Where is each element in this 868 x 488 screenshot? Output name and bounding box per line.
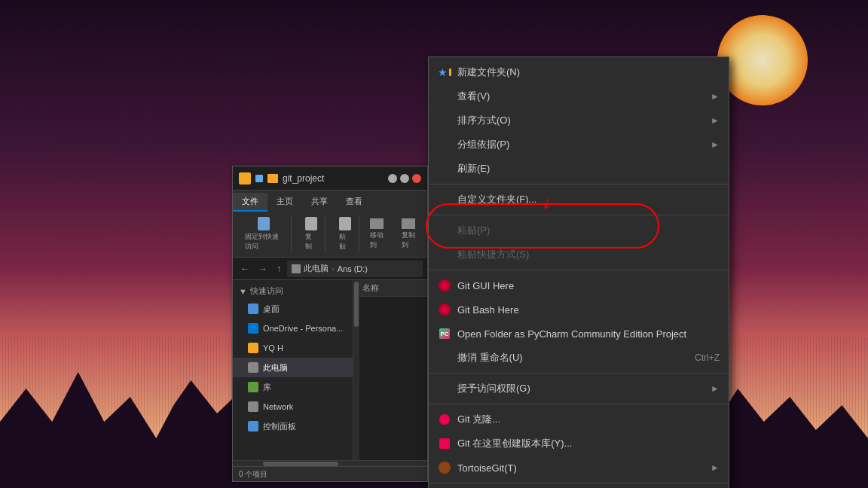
- git-clone-red-icon: [439, 414, 450, 425]
- control-panel-label: 控制面板: [263, 421, 296, 432]
- paste-menu-icon: [438, 224, 451, 237]
- address-path[interactable]: 此电脑 › Ans (D:): [287, 261, 423, 277]
- sort-icon: [438, 114, 451, 127]
- menu-item-paste: 粘贴(P): [429, 218, 729, 242]
- back-button[interactable]: ←: [237, 262, 252, 276]
- ribbon-copyto-btn[interactable]: 复制到: [397, 218, 423, 250]
- horizontal-scrollbar[interactable]: [233, 460, 427, 466]
- quick-access-arrow: ▼: [239, 287, 247, 296]
- tortoisegit-arrow: ►: [711, 462, 720, 473]
- tab-view[interactable]: 查看: [337, 193, 371, 212]
- path-separator-1: ›: [332, 264, 335, 273]
- up-button[interactable]: ↑: [274, 262, 284, 276]
- undo-shortcut: Ctrl+Z: [695, 352, 720, 363]
- forward-button[interactable]: →: [255, 262, 270, 276]
- copyto-label: 复制到: [402, 231, 415, 249]
- move-label: 移动到: [370, 231, 384, 249]
- sidebar-item-desktop[interactable]: 桌面: [233, 299, 353, 319]
- ribbon-content: 固定到快速访问 复制 粘贴 移动到 复制到: [233, 212, 427, 257]
- tortoise-logo: [439, 462, 451, 474]
- quick-access-label: 快速访问: [250, 285, 283, 297]
- folder-icon-small: [449, 69, 451, 76]
- menu-item-customize[interactable]: 自定义文件夹(F)...: [429, 188, 729, 212]
- paste-label: 粘贴(P): [457, 224, 720, 237]
- explorer-window: git_project 文件 主页 共享 查看 固定到快速访问: [232, 166, 428, 482]
- explorer-title-icon-small: [255, 175, 263, 182]
- content-column-header: 名称: [359, 280, 427, 297]
- menu-item-group[interactable]: 分组依据(P) ►: [429, 133, 729, 157]
- menu-separator-6: [429, 483, 729, 483]
- ribbon-paste-btn[interactable]: 粘贴: [336, 215, 354, 253]
- scrollbar-thumb[interactable]: [354, 282, 359, 327]
- group-icon: [438, 138, 451, 151]
- git-bash-red-icon: [439, 303, 451, 316]
- view-arrow: ►: [711, 91, 720, 102]
- minimize-button[interactable]: [388, 174, 397, 183]
- menu-item-undo-rename[interactable]: 撤消 重命名(U) Ctrl+Z: [429, 346, 729, 370]
- sidebar-item-control-panel[interactable]: 控制面板: [233, 416, 353, 436]
- grant-access-icon: [438, 382, 451, 395]
- sidebar-item-pc[interactable]: 此电脑: [233, 358, 353, 377]
- refresh-label: 刷新(E): [457, 162, 720, 175]
- tab-file[interactable]: 文件: [233, 193, 267, 212]
- new-folder-icon: ★: [438, 66, 451, 79]
- titlebar-controls[interactable]: [388, 174, 421, 183]
- open-pycharm-label: Open Folder as PyCharm Community Edition…: [457, 328, 720, 340]
- ribbon-move-btn[interactable]: 移动到: [365, 218, 391, 250]
- address-pc: 此电脑: [304, 263, 329, 274]
- sidebar-item-network[interactable]: Network: [233, 397, 353, 416]
- address-icon: [292, 264, 301, 273]
- move-icon: [370, 218, 384, 229]
- onedrive-icon: [248, 323, 258, 334]
- menu-item-view[interactable]: 查看(V) ►: [429, 84, 729, 108]
- menu-item-paste-shortcut: 粘贴快捷方式(S): [429, 242, 729, 267]
- menu-item-git-gui[interactable]: Git GUI Here: [429, 273, 729, 297]
- menu-item-new-folder[interactable]: ★ 新建文件夹(N): [429, 60, 729, 84]
- sidebar-item-onedrive[interactable]: OneDrive - Persona...: [233, 319, 353, 338]
- paste-shortcut-icon: [438, 248, 451, 261]
- menu-item-sort[interactable]: 排序方式(O) ►: [429, 108, 729, 133]
- git-repo-icon: [439, 438, 450, 449]
- explorer-body: ▼ 快速访问 桌面 OneDrive - Persona... YQ H 此电脑: [233, 280, 427, 460]
- sidebar-item-library[interactable]: 库: [233, 377, 353, 397]
- git-bash-icon: [438, 303, 451, 316]
- pycharm-icon: PC: [438, 327, 451, 340]
- menu-separator-3: [429, 270, 729, 270]
- menu-item-git-create-repo[interactable]: Git 在这里创建版本库(Y)...: [429, 432, 729, 456]
- explorer-content: 名称: [359, 280, 427, 460]
- pycharm-logo: PC: [439, 328, 450, 339]
- maximize-button[interactable]: [400, 174, 409, 183]
- hscrollbar-thumb[interactable]: [263, 462, 338, 466]
- vertical-scrollbar[interactable]: [353, 280, 359, 460]
- copy-label: 复制: [305, 232, 317, 252]
- menu-item-tortoisegit[interactable]: TortoiseGit(T) ►: [429, 456, 729, 480]
- git-clone-icon: [438, 413, 451, 426]
- onedrive-label: OneDrive - Persona...: [263, 324, 343, 333]
- ribbon-tabs: 文件 主页 共享 查看: [233, 191, 427, 212]
- sidebar-item-yqh[interactable]: YQ H: [233, 338, 353, 358]
- tab-home[interactable]: 主页: [267, 193, 302, 212]
- explorer-sidebar: ▼ 快速访问 桌面 OneDrive - Persona... YQ H 此电脑: [233, 280, 353, 460]
- menu-separator-4: [429, 373, 729, 374]
- menu-item-open-pycharm[interactable]: PC Open Folder as PyCharm Community Edit…: [429, 322, 729, 346]
- quick-access-header[interactable]: ▼ 快速访问: [233, 283, 353, 299]
- menu-item-refresh[interactable]: 刷新(E): [429, 157, 729, 181]
- group-label: 分组依据(P): [457, 138, 704, 151]
- explorer-titlebar: git_project: [233, 166, 427, 191]
- close-button[interactable]: [412, 174, 421, 183]
- grant-access-label: 授予访问权限(G): [457, 382, 704, 395]
- menu-item-grant-access[interactable]: 授予访问权限(G) ►: [429, 377, 729, 401]
- ribbon-group-copy: 复制: [298, 215, 326, 253]
- ribbon-pin-btn[interactable]: 固定到快速访问: [242, 215, 286, 253]
- sort-arrow: ►: [711, 115, 720, 126]
- paste-label: 粘贴: [339, 232, 351, 252]
- explorer-folder-icon: [267, 174, 278, 183]
- menu-item-git-clone[interactable]: Git 克隆...: [429, 407, 729, 432]
- menu-item-git-bash[interactable]: Git Bash Here: [429, 297, 729, 322]
- ribbon-copy-btn[interactable]: 复制: [302, 215, 320, 253]
- explorer-title: git_project: [283, 173, 384, 184]
- desktop-icon: [248, 303, 258, 314]
- customize-icon: [438, 193, 451, 206]
- tab-share[interactable]: 共享: [302, 193, 337, 212]
- paste-icon: [339, 217, 351, 230]
